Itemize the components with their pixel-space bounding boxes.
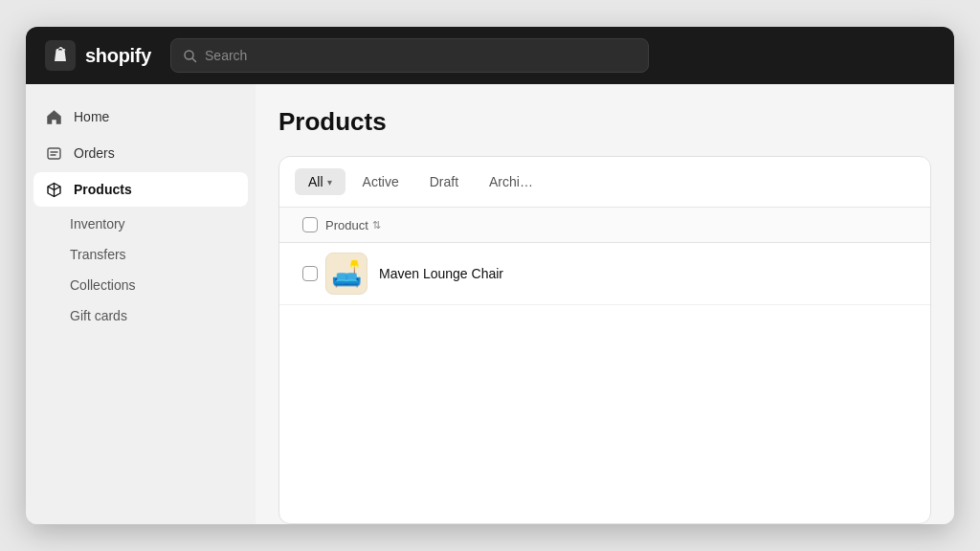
sidebar-sub-items: Inventory Transfers Collections Gift car… [33,209,248,331]
search-placeholder: Search [205,48,247,63]
sidebar-sub-item-inventory[interactable]: Inventory [41,209,248,239]
sort-icon: ⇅ [372,219,381,231]
tab-active[interactable]: Active [349,168,412,195]
tab-archived[interactable]: Archi… [476,168,546,195]
search-bar[interactable]: Search [170,38,649,73]
tab-draft[interactable]: Draft [416,168,472,195]
select-all-checkbox[interactable] [302,217,318,232]
sidebar-item-orders-label: Orders [74,145,115,161]
logo-text: shopify [85,45,151,67]
chevron-down-icon: ▾ [327,177,332,187]
logo-area: shopify [45,40,151,71]
sidebar-item-products[interactable]: Products [33,172,248,207]
shopify-bag-icon [45,40,76,71]
col-product-header[interactable]: Product ⇅ [325,218,915,232]
tab-bar: All ▾ Active Draft Archi… [279,157,930,208]
orders-icon [45,144,62,162]
sidebar-sub-item-transfers[interactable]: Transfers [41,239,248,270]
svg-point-1 [185,51,193,59]
table-header: Product ⇅ [279,208,930,243]
svg-rect-2 [48,148,60,159]
tab-all[interactable]: All ▾ [295,168,345,195]
sidebar-item-home-label: Home [74,109,109,124]
home-icon [45,108,62,125]
app-window: shopify Search Home [26,27,954,524]
content-area: Products All ▾ Active Draft Archi… [256,84,954,524]
search-icon [183,49,197,63]
products-icon [45,181,62,198]
sidebar-item-orders[interactable]: Orders [33,136,248,170]
sidebar-item-products-label: Products [74,182,132,197]
product-name: Maven Lounge Chair [379,266,503,281]
select-all-checkbox-cell [295,217,325,232]
main-layout: Home Orders Products [26,84,954,524]
sidebar-sub-item-collections[interactable]: Collections [41,270,248,300]
sidebar: Home Orders Products [26,84,256,524]
product-thumbnail: 🛋️ [325,253,368,295]
table-row[interactable]: 🛋️ Maven Lounge Chair [279,243,930,305]
sidebar-item-home[interactable]: Home [33,99,248,134]
row-checkbox[interactable] [302,266,318,281]
products-card: All ▾ Active Draft Archi… [278,156,931,524]
row-checkbox-cell [295,266,325,281]
page-title: Products [278,107,931,137]
sidebar-sub-item-gift-cards[interactable]: Gift cards [41,300,248,331]
topbar: shopify Search [26,27,954,84]
